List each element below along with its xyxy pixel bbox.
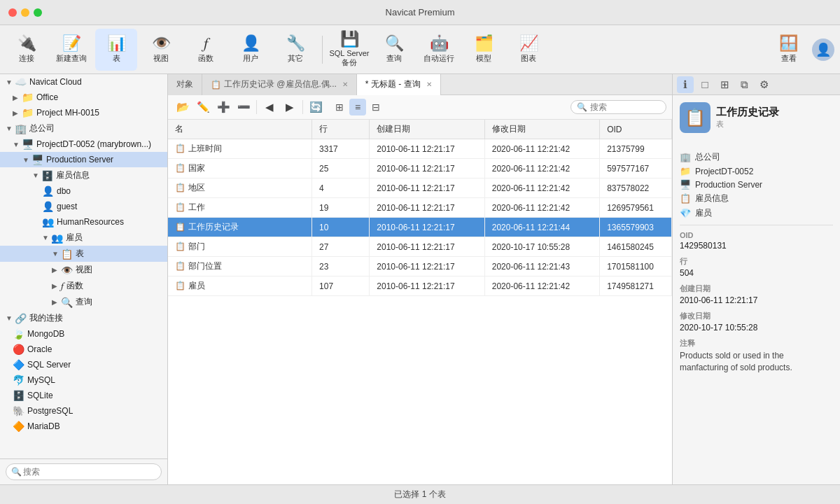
sidebar-item-navicat-cloud[interactable]: ▼ ☁️ Navicat Cloud bbox=[0, 74, 167, 90]
table-row[interactable]: 📋工作历史记录 10 2010-06-11 12:21:17 2020-06-1… bbox=[168, 218, 672, 237]
tab-untitled-query-close[interactable]: ✕ bbox=[426, 80, 432, 88]
chart-button[interactable]: 📈 图表 bbox=[507, 29, 550, 71]
new-query-icon: 📝 bbox=[62, 36, 81, 51]
sql-server-backup-button[interactable]: 💾 SQL Server 备份 bbox=[328, 29, 370, 71]
next-button[interactable]: ▶ bbox=[281, 98, 299, 116]
sidebar-item-office[interactable]: ▶ 📁 Office bbox=[0, 90, 167, 105]
rp-tab-ddl[interactable]: □ bbox=[696, 76, 713, 93]
arrow-company: ▼ bbox=[6, 125, 13, 132]
sidebar-item-postgresql[interactable]: 🐘 PostgreSQL bbox=[0, 403, 167, 419]
rp-rows-label: 行 bbox=[680, 256, 833, 267]
sidebar-item-guest[interactable]: 👤 guest bbox=[0, 199, 167, 214]
tab-work-history-close[interactable]: ✕ bbox=[342, 80, 348, 88]
function-button[interactable]: 𝑓 函数 bbox=[185, 29, 227, 71]
mongodb-icon: 🍃 bbox=[13, 328, 24, 340]
sidebar-item-employee-info[interactable]: ▼ 🗄️ 雇员信息 bbox=[0, 167, 167, 183]
sidebar-item-mysql[interactable]: 🐬 MySQL bbox=[0, 372, 167, 388]
sidebar-item-sql-server[interactable]: 🔷 SQL Server bbox=[0, 357, 167, 372]
rp-bc-emp-label: 雇员 bbox=[695, 207, 712, 219]
table-button[interactable]: 📊 表 bbox=[95, 29, 137, 71]
table-row[interactable]: 📋国家 25 2010-06-11 12:21:17 2020-06-11 12… bbox=[168, 159, 672, 178]
sidebar-item-mongodb[interactable]: 🍃 MongoDB bbox=[0, 326, 167, 342]
tab-untitled-query[interactable]: * 无标题 - 查询 ✕ bbox=[357, 74, 441, 95]
view-buttons: ⊞ ≡ ⊟ bbox=[331, 99, 384, 115]
sidebar-item-mariadb[interactable]: 🔶 MariaDB bbox=[0, 419, 167, 434]
sidebar-item-human-resources[interactable]: 👥 HumanResources bbox=[0, 214, 167, 230]
connect-button[interactable]: 🔌 连接 bbox=[6, 29, 48, 71]
sidebar-search-input[interactable] bbox=[6, 463, 162, 480]
sidebar-item-sqlite[interactable]: 🗄️ SQLite bbox=[0, 388, 167, 403]
auto-run-button[interactable]: 🤖 自动运行 bbox=[418, 29, 460, 71]
rp-tab-settings[interactable]: ⚙ bbox=[755, 76, 772, 93]
arrow-my-connections: ▼ bbox=[6, 314, 13, 322]
list-view-button[interactable]: ≡ bbox=[349, 99, 366, 115]
table-row[interactable]: 📋地区 4 2010-06-11 12:21:17 2020-06-11 12:… bbox=[168, 178, 672, 198]
cell-oid: 1269579561 bbox=[600, 198, 672, 218]
view-right-button[interactable]: 🪟 查看 bbox=[769, 29, 808, 71]
table-row[interactable]: 📋部门位置 23 2010-06-11 12:21:17 2020-06-11 … bbox=[168, 257, 672, 276]
rp-tab-preview[interactable]: ⊞ bbox=[716, 76, 733, 93]
cell-rows: 25 bbox=[312, 159, 370, 178]
table-row[interactable]: 📋部门 27 2010-06-11 12:21:17 2020-10-17 10… bbox=[168, 237, 672, 257]
postgresql-label: PostgreSQL bbox=[27, 406, 73, 416]
user-button[interactable]: 👤 用户 bbox=[230, 29, 272, 71]
sqlite-label: SQLite bbox=[27, 391, 53, 400]
rp-title-group: 工作历史记录 表 bbox=[716, 106, 779, 130]
open-folder-button[interactable]: 📂 bbox=[174, 98, 192, 116]
sidebar-item-my-connections[interactable]: ▼ 🔗 我的连接 bbox=[0, 310, 167, 326]
query-button[interactable]: 🔍 查询 bbox=[373, 29, 415, 71]
rp-tab-info[interactable]: ℹ bbox=[677, 76, 694, 93]
cell-name: 📋部门位置 bbox=[168, 257, 312, 276]
company-icon: 🏢 bbox=[15, 123, 27, 134]
tab-object[interactable]: 对象 bbox=[168, 74, 202, 95]
table-header-row: 名 行 创建日期 修改日期 OID bbox=[168, 120, 672, 139]
sidebar-item-dbo[interactable]: 👤 dbo bbox=[0, 183, 167, 199]
sidebar-item-projectdt[interactable]: ▼ 🖥️ ProjectDT-0052 (marybrown...) bbox=[0, 136, 167, 152]
sidebar-item-query[interactable]: ▶ 🔍 查询 bbox=[0, 294, 167, 310]
connect-icon: 🔌 bbox=[18, 36, 36, 51]
minimize-button[interactable] bbox=[21, 8, 29, 17]
table-row[interactable]: 📋工作 19 2010-06-11 12:21:17 2020-06-11 12… bbox=[168, 198, 672, 218]
table: 名 行 创建日期 修改日期 OID 📋上班时间 3317 2010-06-11 … bbox=[168, 120, 672, 296]
add-button[interactable]: ➕ bbox=[214, 98, 232, 116]
other-button[interactable]: 🔧 其它 bbox=[274, 29, 316, 71]
cell-modified: 2020-06-11 12:21:42 bbox=[484, 178, 599, 198]
rp-oid-label: OID bbox=[680, 231, 833, 239]
rp-tab-split[interactable]: ⧉ bbox=[736, 76, 752, 93]
arrow-query: ▶ bbox=[52, 298, 59, 306]
row-table-icon: 📋 bbox=[175, 222, 186, 232]
model-button[interactable]: 🗂️ 模型 bbox=[463, 29, 505, 71]
sidebar-item-oracle[interactable]: 🔴 Oracle bbox=[0, 342, 167, 357]
remove-button[interactable]: ➖ bbox=[234, 98, 253, 116]
icon-view-button[interactable]: ⊞ bbox=[331, 99, 348, 115]
production-server-icon: 🖥️ bbox=[31, 154, 43, 165]
new-query-button[interactable]: 📝 新建查询 bbox=[50, 29, 92, 71]
table-row[interactable]: 📋雇员 107 2010-06-11 12:21:17 2020-06-11 1… bbox=[168, 276, 672, 296]
detail-view-button[interactable]: ⊟ bbox=[368, 99, 384, 115]
refresh-button[interactable]: 🔄 bbox=[307, 98, 325, 116]
sidebar-item-table[interactable]: ▼ 📋 表 bbox=[0, 246, 167, 262]
obj-search-icon: 🔍 bbox=[577, 102, 587, 112]
avatar: 👤 bbox=[812, 38, 834, 61]
sidebar-item-company[interactable]: ▼ 🏢 总公司 bbox=[0, 120, 167, 136]
sidebar-item-employee[interactable]: ▼ 👥 雇员 bbox=[0, 230, 167, 246]
object-search-input[interactable] bbox=[590, 102, 660, 112]
sidebar-item-project[interactable]: ▶ 📁 Project MH-0015 bbox=[0, 105, 167, 120]
rp-bc-employee-info: 📋 雇员信息 bbox=[680, 192, 833, 204]
maximize-button[interactable] bbox=[34, 8, 42, 17]
model-label: 模型 bbox=[476, 53, 491, 64]
table-tree-icon: 📋 bbox=[61, 248, 73, 260]
prev-button[interactable]: ◀ bbox=[260, 98, 279, 116]
view-button[interactable]: 👁️ 视图 bbox=[140, 29, 182, 71]
close-button[interactable] bbox=[8, 8, 17, 17]
rp-created-value: 2010-06-11 12:21:17 bbox=[680, 295, 833, 305]
table-icon: 📊 bbox=[107, 36, 126, 51]
sidebar-item-view[interactable]: ▶ 👁️ 视图 bbox=[0, 262, 167, 278]
edit-button[interactable]: ✏️ bbox=[194, 98, 212, 116]
sidebar-item-function[interactable]: ▶ 𝑓 函数 bbox=[0, 278, 167, 294]
tab-work-history[interactable]: 📋 工作历史记录 @雇员信息.偶... ✕ bbox=[202, 74, 357, 95]
table-row[interactable]: 📋上班时间 3317 2010-06-11 12:21:17 2020-06-1… bbox=[168, 139, 672, 159]
rp-created-label: 创建日期 bbox=[680, 284, 833, 294]
object-search-wrap: 🔍 bbox=[570, 100, 666, 114]
sidebar-item-production-server[interactable]: ▼ 🖥️ Production Server bbox=[0, 152, 167, 167]
